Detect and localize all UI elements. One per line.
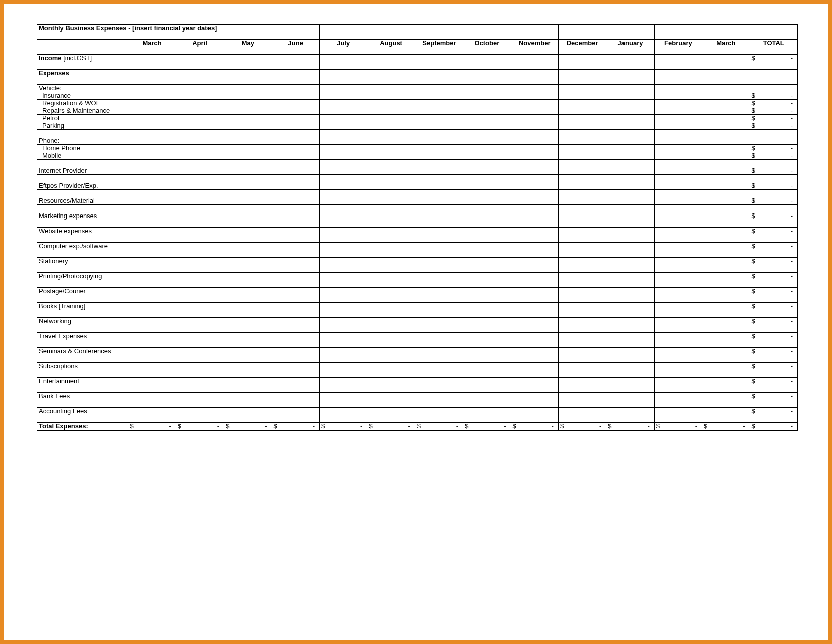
cell-month[interactable] bbox=[128, 333, 176, 340]
cell-month[interactable] bbox=[415, 115, 463, 122]
cell-month[interactable] bbox=[319, 228, 367, 235]
cell-month[interactable] bbox=[511, 85, 558, 92]
cell-month[interactable] bbox=[606, 152, 654, 160]
cell-empty[interactable] bbox=[272, 295, 319, 303]
cell-month[interactable] bbox=[272, 92, 319, 100]
cell-empty[interactable] bbox=[606, 415, 654, 423]
cell-empty[interactable] bbox=[558, 265, 606, 273]
cell-month[interactable] bbox=[511, 100, 558, 107]
cell-empty[interactable] bbox=[415, 355, 463, 363]
cell-empty[interactable] bbox=[37, 235, 128, 243]
cell-month[interactable] bbox=[702, 92, 750, 100]
cell-month[interactable] bbox=[319, 318, 367, 325]
cell-empty[interactable] bbox=[750, 130, 798, 137]
cell-empty[interactable] bbox=[606, 340, 654, 348]
cell-empty[interactable] bbox=[558, 175, 606, 182]
cell-empty[interactable] bbox=[224, 220, 272, 228]
cell-month[interactable] bbox=[272, 167, 319, 175]
cell-empty[interactable] bbox=[176, 400, 224, 408]
cell-month[interactable] bbox=[367, 318, 415, 325]
cell-empty[interactable] bbox=[654, 25, 702, 32]
cell-month[interactable] bbox=[176, 85, 224, 92]
cell-empty[interactable] bbox=[558, 25, 606, 32]
cell-month[interactable] bbox=[128, 288, 176, 295]
cell-month[interactable] bbox=[319, 197, 367, 205]
cell-month[interactable] bbox=[463, 333, 511, 340]
cell-month[interactable] bbox=[319, 363, 367, 370]
cell-month[interactable] bbox=[367, 212, 415, 220]
cell-month[interactable] bbox=[654, 182, 702, 190]
cell-total-empty[interactable] bbox=[750, 137, 798, 145]
cell-month[interactable] bbox=[128, 137, 176, 145]
cell-empty[interactable] bbox=[176, 77, 224, 85]
cell-empty[interactable] bbox=[702, 175, 750, 182]
cell-empty[interactable] bbox=[37, 250, 128, 258]
cell-month[interactable] bbox=[606, 212, 654, 220]
cell-month[interactable] bbox=[415, 363, 463, 370]
cell-empty[interactable] bbox=[128, 280, 176, 288]
cell-month[interactable] bbox=[224, 393, 272, 400]
cell-empty[interactable] bbox=[702, 25, 750, 32]
cell-month[interactable] bbox=[558, 85, 606, 92]
cell-month[interactable] bbox=[224, 145, 272, 152]
cell-month[interactable] bbox=[558, 167, 606, 175]
cell-empty[interactable] bbox=[128, 175, 176, 182]
cell-empty[interactable] bbox=[511, 47, 558, 55]
cell-month[interactable] bbox=[224, 288, 272, 295]
cell-month[interactable] bbox=[415, 85, 463, 92]
cell-empty[interactable] bbox=[702, 130, 750, 137]
cell-month[interactable] bbox=[272, 378, 319, 385]
cell-month[interactable] bbox=[511, 303, 558, 310]
cell-empty[interactable] bbox=[272, 325, 319, 333]
cell-month[interactable] bbox=[367, 145, 415, 152]
cell-empty[interactable] bbox=[750, 77, 798, 85]
cell-empty[interactable] bbox=[224, 325, 272, 333]
cell-month[interactable] bbox=[224, 348, 272, 355]
cell-empty[interactable] bbox=[750, 62, 798, 70]
cell-empty[interactable] bbox=[272, 265, 319, 273]
cell-month[interactable] bbox=[367, 273, 415, 280]
cell-month[interactable] bbox=[654, 137, 702, 145]
cell-month[interactable] bbox=[511, 333, 558, 340]
cell-empty[interactable] bbox=[654, 310, 702, 318]
cell-empty[interactable] bbox=[606, 355, 654, 363]
cell-empty[interactable] bbox=[511, 385, 558, 393]
cell-month[interactable] bbox=[558, 393, 606, 400]
cell-month[interactable] bbox=[319, 273, 367, 280]
cell-empty[interactable] bbox=[558, 235, 606, 243]
cell-empty[interactable] bbox=[511, 250, 558, 258]
cell-month[interactable] bbox=[702, 288, 750, 295]
cell-month[interactable] bbox=[272, 107, 319, 115]
cell-empty[interactable] bbox=[702, 355, 750, 363]
cell-empty[interactable] bbox=[176, 250, 224, 258]
cell-month[interactable] bbox=[511, 182, 558, 190]
cell-empty[interactable] bbox=[415, 280, 463, 288]
cell-empty[interactable] bbox=[367, 77, 415, 85]
cell-month[interactable] bbox=[511, 122, 558, 130]
cell-month[interactable] bbox=[654, 408, 702, 415]
cell-empty[interactable] bbox=[128, 160, 176, 167]
cell-month[interactable] bbox=[558, 273, 606, 280]
cell-month[interactable] bbox=[272, 243, 319, 250]
cell-month[interactable] bbox=[463, 363, 511, 370]
cell-empty[interactable] bbox=[224, 130, 272, 137]
cell-empty[interactable] bbox=[511, 400, 558, 408]
cell-month[interactable] bbox=[463, 145, 511, 152]
cell-month[interactable] bbox=[176, 145, 224, 152]
cell-month[interactable] bbox=[224, 122, 272, 130]
cell-empty[interactable] bbox=[319, 265, 367, 273]
cell-empty[interactable] bbox=[654, 400, 702, 408]
cell-empty[interactable] bbox=[558, 400, 606, 408]
cell-month[interactable] bbox=[702, 243, 750, 250]
cell-month[interactable] bbox=[463, 167, 511, 175]
cell-month[interactable] bbox=[128, 152, 176, 160]
cell-empty[interactable] bbox=[654, 32, 702, 40]
cell-month[interactable] bbox=[606, 145, 654, 152]
cell-empty[interactable] bbox=[176, 415, 224, 423]
cell-month[interactable] bbox=[511, 228, 558, 235]
cell-empty[interactable] bbox=[702, 310, 750, 318]
cell-month[interactable] bbox=[176, 92, 224, 100]
cell-month[interactable] bbox=[606, 107, 654, 115]
cell-month[interactable] bbox=[176, 288, 224, 295]
cell-empty[interactable] bbox=[558, 77, 606, 85]
